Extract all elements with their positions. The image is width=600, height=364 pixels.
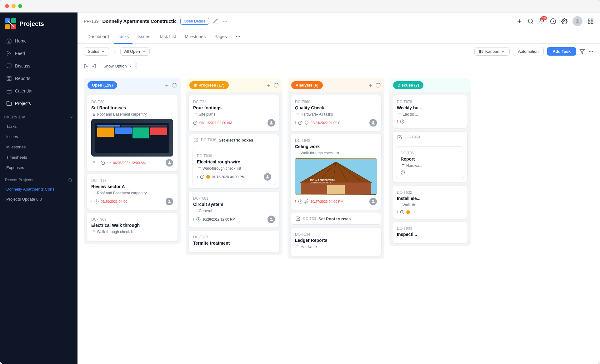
pencil-icon[interactable] [213,18,218,24]
show-option-bar: Show Option [78,59,600,73]
toolbar-left: Status All Open [84,47,150,56]
recent-project-update[interactable]: Projects Update 8.0 [2,194,75,204]
group-label: Set Roof trusses [318,217,351,221]
clock-icon[interactable] [550,18,556,24]
open-details-button[interactable]: Open Details [180,18,209,25]
svg-point-5 [7,55,8,56]
tab-task-list[interactable]: Task List [155,30,180,44]
timer-icon [298,121,302,125]
card-id: DC-T113 [91,178,173,183]
sidebar-item-discuss[interactable]: Discuss [2,60,75,72]
overview-section: Overview [0,110,78,121]
tab-dashboard[interactable]: Dashboard [84,30,113,44]
group-header: DC-T638 Set electric boxes [189,134,279,146]
search-icon[interactable] [68,178,72,182]
svg-line-25 [532,22,533,23]
svg-rect-10 [7,89,11,93]
card-sub: General [193,209,275,213]
notification-wrap: 10 [539,17,545,25]
timer-icon [94,199,99,204]
card-dc-t903: DC-T903 Inspecti... [392,222,468,243]
sidebar-item-calendar[interactable]: Calendar [2,85,75,97]
svg-point-34 [238,36,238,37]
app-window: Projects Home Feed Discuss Reports [0,0,600,364]
column-discuss-body: DC-T678 Weekly bu... Electric... ! [389,92,471,246]
svg-point-58 [108,162,108,163]
svg-point-17 [69,178,72,181]
topbar: PR-139 Donnelly Apartments Constructic O… [78,12,600,30]
card-id: DC-T639 [197,154,271,158]
card-sub: Hardware [295,245,377,249]
plus-icon[interactable] [516,18,522,24]
timer-icon [196,217,201,222]
calendar-icon [6,88,12,94]
maximize-button[interactable] [18,4,22,8]
filter-icon[interactable] [579,49,585,54]
sidebar-item-projects[interactable]: Projects [2,97,75,109]
status-button[interactable]: Status [84,47,109,56]
settings-icon[interactable] [61,178,66,182]
sidebar-item-calendar-label: Calendar [15,88,33,93]
timer-icon [101,161,105,165]
column-open-actions [164,83,177,88]
minimize-button[interactable] [12,4,16,8]
group-body: DC-T961 Report Hardwa... [393,143,467,182]
sidebar-item-tasks[interactable]: Tasks [2,122,75,131]
kanban-button[interactable]: Kanban [474,47,510,56]
card-dc-t632: DC-T632 Install ele... Walk-th... ! [392,186,468,219]
more-horizontal-icon[interactable] [588,49,594,54]
card-avatar [268,119,275,127]
card-dc-t639: DC-T639 Electrical rough-wire Walk-throu… [192,149,276,185]
sidebar-item-milestones[interactable]: Milestones [2,142,75,152]
tab-pages[interactable]: Pages [211,30,231,44]
all-open-button[interactable]: All Open [120,47,150,56]
sidebar-item-feed[interactable]: Feed [2,47,75,59]
sidebar-item-issues[interactable]: Issues [2,132,75,142]
svg-point-108 [372,200,374,202]
show-option-button[interactable]: Show Option [99,62,137,70]
card-sub: Walk-through check list [91,230,173,234]
avatar-icon [269,120,274,125]
add-task-button[interactable]: Add Task [547,47,576,56]
card-date: 01/15/2024 04:00 PM [212,175,245,179]
feed-icon [6,51,12,56]
tab-tasks[interactable]: Tasks [114,30,133,44]
tab-milestones[interactable]: Milestones [181,30,209,44]
notification-badge: 10 [541,16,547,20]
tab-issues[interactable]: Issues [134,30,154,44]
toolbar: Status All Open Kanban Automat [78,44,600,59]
tab-more[interactable] [232,30,244,44]
card-dc-t961: DC-T961 Report Hardwa... [396,146,464,179]
plus-icon[interactable] [368,83,373,88]
card-sub: Walk-through check list [197,166,271,171]
collapse-left-icon[interactable] [84,64,89,69]
close-button[interactable] [5,4,9,8]
card-meta: ! [397,210,410,214]
timer-icon [401,170,405,175]
grid-icon[interactable] [588,18,594,24]
svg-rect-32 [588,22,590,23]
collapse-right-icon[interactable] [91,64,96,69]
user-avatar[interactable] [572,16,582,26]
card-title: Weekly bu... [397,105,463,110]
settings-icon[interactable] [561,18,568,24]
card-dc-t678: DC-T678 Weekly bu... Electric... ! [392,95,468,128]
automation-button[interactable]: Automation [513,47,544,56]
plus-icon[interactable] [164,83,169,88]
sidebar-item-expenses[interactable]: Expenses [2,163,75,172]
search-icon[interactable] [528,18,534,24]
topbar-right: 10 [516,16,594,26]
sidebar-item-timesheets[interactable]: Timesheets [2,152,75,162]
timer-icon [400,210,404,214]
recent-project-donnelly[interactable]: Donnelly Apartments Cons [2,184,75,194]
home-icon [6,38,12,44]
list-icon [91,161,96,165]
svg-point-35 [239,36,240,37]
more-horizontal-icon[interactable] [222,18,228,24]
sidebar-item-reports[interactable]: Reports [2,72,75,84]
more-icon[interactable] [107,161,111,165]
sidebar-item-home[interactable]: Home [2,35,75,47]
reports-icon [6,76,12,81]
plus-icon[interactable] [266,83,271,88]
list-icon [295,151,299,155]
